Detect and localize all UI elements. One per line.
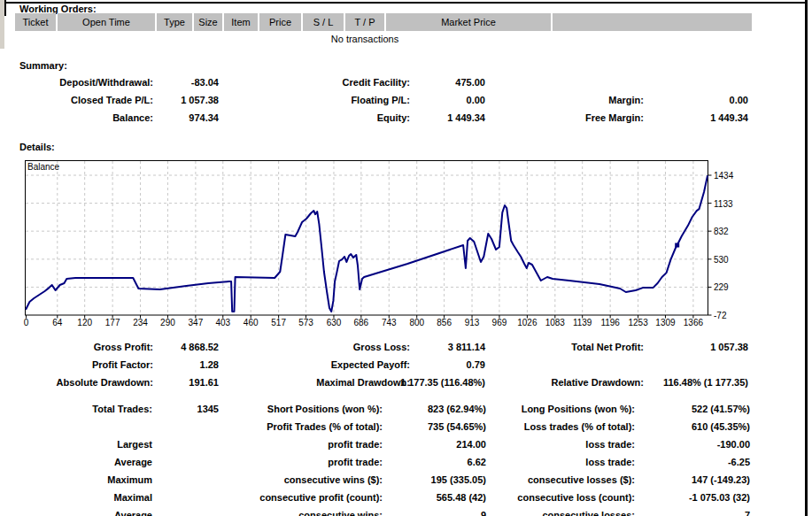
summary-title: Summary: <box>19 60 67 71</box>
x-axis-tick-label: 800 <box>403 319 431 327</box>
summary-table: Deposit/Withdrawal:-83.04Credit Facility… <box>0 77 748 130</box>
stat-label: Gross Loss: <box>219 342 410 359</box>
stat-value-text: 0.79 <box>467 359 485 370</box>
stat-value-text: 116.48% (1 177.35) <box>663 377 748 388</box>
stat-label-text: Maximum <box>107 474 152 485</box>
stat-value: 1345 <box>152 404 219 421</box>
stat-row: Balance:974.34Equity:1 449.34Free Margin… <box>0 112 748 130</box>
stat-label-text: Balance: <box>112 112 153 123</box>
stat-value-text: -83.04 <box>191 77 219 88</box>
stat-label-text: Deposit/Withdrawal: <box>59 77 153 88</box>
stat-label: Relative Drawdown: <box>485 377 644 395</box>
stat-value: 0.00 <box>410 95 485 112</box>
x-axis-tick-label: 573 <box>292 319 321 327</box>
stat-label: Average <box>0 457 152 474</box>
stat-label: consecutive wins ($): <box>219 474 383 492</box>
plot-border <box>26 161 708 316</box>
stat-value-text: 3 811.14 <box>448 342 485 352</box>
column-header-item: Item <box>224 13 258 31</box>
x-axis-tick-label: 1309 <box>651 319 679 327</box>
stat-label <box>0 421 152 439</box>
stat-row: Averageconsecutive wins:9consecutive los… <box>0 510 750 516</box>
stat-label: Profit Factor: <box>0 359 153 377</box>
y-axis-tick-label: 1434 <box>714 172 733 181</box>
stat-label <box>485 77 644 95</box>
stat-label: loss trade: <box>486 439 635 457</box>
stat-value: 214.00 <box>383 439 486 457</box>
stat-value: -190.00 <box>635 439 750 457</box>
stat-label: Floating P/L: <box>219 95 410 112</box>
stat-label: Absolute Drawdown: <box>0 377 153 395</box>
details-title: Details: <box>19 142 55 152</box>
stat-label: Balance: <box>0 112 153 130</box>
stat-value: 1 449.34 <box>644 112 748 130</box>
stat-value: 9 <box>383 510 486 516</box>
x-axis-tick-label: 1083 <box>541 319 569 327</box>
column-header-t-p: T / P <box>345 13 384 31</box>
stat-label: Closed Trade P/L: <box>0 95 153 112</box>
stat-label-text: profit trade: <box>328 457 383 467</box>
stat-value-text: 974.34 <box>189 112 219 123</box>
stat-value-text: 214.00 <box>456 439 486 450</box>
stat-value: 1 057.38 <box>153 95 219 112</box>
stat-value-text: -190.00 <box>717 439 750 450</box>
y-axis-tick-label: 530 <box>714 256 729 265</box>
y-axis-tick-label: 229 <box>714 283 729 292</box>
stat-row: Maximumconsecutive wins ($):195 (335.05)… <box>0 474 750 492</box>
stat-label-text: loss trade: <box>585 457 635 467</box>
stat-value-text: 823 (62.94%) <box>428 404 486 414</box>
x-axis-tick-label: 403 <box>209 319 237 327</box>
stat-value <box>152 492 219 510</box>
stat-label: Expected Payoff: <box>219 359 410 377</box>
stat-label: Credit Facility: <box>219 77 410 95</box>
column-header-market-price: Market Price <box>386 13 551 31</box>
column-header-type: Type <box>157 13 192 31</box>
stat-value <box>152 457 219 474</box>
stat-value: -6.25 <box>635 457 750 474</box>
stat-value <box>152 474 219 492</box>
details-statistics-top: Gross Profit:4 868.52Gross Loss:3 811.14… <box>0 342 748 395</box>
stat-label: Gross Profit: <box>0 342 153 359</box>
stat-label-text: Credit Facility: <box>343 77 410 88</box>
stat-label-text: Maximal <box>114 492 152 503</box>
stat-value: -83.04 <box>153 77 219 95</box>
stat-value-text: 475.00 <box>455 77 485 88</box>
x-axis-tick-label: 969 <box>485 319 514 327</box>
stat-label-text: Closed Trade P/L: <box>71 95 153 105</box>
column-header-open-time: Open Time <box>58 13 155 31</box>
stat-value-text: 0.00 <box>467 95 485 105</box>
stat-label: Average <box>0 510 152 516</box>
x-axis-tick-label: 743 <box>375 319 403 327</box>
column-header-size: Size <box>194 13 222 31</box>
x-axis-tick-label: 913 <box>458 319 486 327</box>
x-axis-tick-label: 1366 <box>679 319 708 327</box>
stat-label: Free Margin: <box>485 112 644 130</box>
stat-label-text: consecutive wins ($): <box>284 474 383 485</box>
stat-value: 610 (45.35%) <box>635 421 750 439</box>
stat-row: Largestprofit trade:214.00loss trade:-19… <box>0 439 750 457</box>
stat-label-text: Profit Factor: <box>92 359 153 370</box>
stat-row: Absolute Drawdown:191.61Maximal Drawdown… <box>0 377 748 395</box>
no-transactions-message: No transactions <box>15 34 715 44</box>
x-axis-tick-label: 686 <box>347 319 375 327</box>
stat-value: 823 (62.94%) <box>383 404 486 421</box>
stat-label: Loss trades (% of total): <box>486 421 635 439</box>
stat-label-text: Absolute Drawdown: <box>57 377 153 388</box>
stat-label <box>485 359 644 377</box>
stat-value-text: 6.62 <box>468 457 486 467</box>
stat-label-text: Average <box>114 510 152 516</box>
stat-label: Maximal Drawdown: <box>219 377 410 395</box>
stat-value-text: 1 449.34 <box>447 112 485 123</box>
balance-chart-plot <box>25 160 712 319</box>
stat-label: loss trade: <box>486 457 635 474</box>
stat-value-text: 1.28 <box>200 359 219 370</box>
x-axis-tick-label: 856 <box>430 319 459 327</box>
stat-value-text: 522 (41.57%) <box>692 404 750 414</box>
stat-label: consecutive losses: <box>486 510 635 516</box>
stat-value: -1 075.03 (32) <box>635 492 750 510</box>
stat-label-text: profit trade: <box>328 439 383 450</box>
stat-value: 3 811.14 <box>410 342 485 359</box>
stat-value: 522 (41.57%) <box>635 404 750 421</box>
balance-chart: Balance <box>25 160 712 319</box>
x-axis-tick-label: 1026 <box>513 319 541 327</box>
